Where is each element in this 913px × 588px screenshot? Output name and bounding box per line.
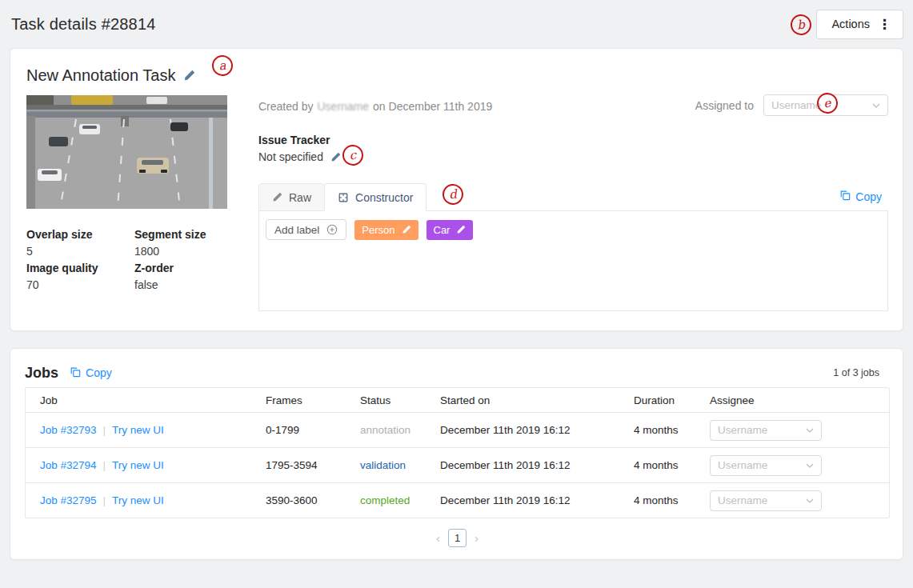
task-details-card: New Annotation Task <box>10 48 903 331</box>
jobs-pagination: ‹ 1 › <box>25 529 890 547</box>
assigned-to-row: Assigned to Username <box>695 94 888 116</box>
labels-row: Add label Person Car <box>266 219 881 240</box>
pencil-icon <box>272 192 282 202</box>
param-value: 5 <box>26 243 134 260</box>
copy-icon <box>839 190 851 203</box>
try-new-ui-link[interactable]: Try new UI <box>112 424 164 436</box>
job-assignee-select[interactable]: Username <box>710 455 822 476</box>
job-duration: 4 months <box>634 424 710 436</box>
issue-tracker-value: Not specified <box>258 150 323 163</box>
param-label: Image quality <box>26 260 134 277</box>
issue-tracker-value-row: Not specified <box>258 150 341 163</box>
job-started-on: December 11th 2019 16:12 <box>440 459 634 471</box>
tab-raw[interactable]: Raw <box>258 183 325 211</box>
job-assignee-select[interactable]: Username <box>710 490 822 511</box>
job-link[interactable]: Job #32793 <box>40 424 97 436</box>
param-label: Z-order <box>134 260 206 277</box>
job-started-on: December 11th 2019 16:12 <box>440 424 634 436</box>
chevron-down-icon <box>806 463 814 468</box>
chevron-down-icon <box>806 428 814 433</box>
job-row: Job #32795 | Try new UI 3590-3600 comple… <box>26 482 889 518</box>
task-assignee-select[interactable]: Username <box>763 94 888 116</box>
job-assignee-value: Username <box>718 459 767 471</box>
assigned-to-label: Assigned to <box>695 99 754 112</box>
created-by-user: Username <box>317 100 369 113</box>
job-started-on: December 11th 2019 16:12 <box>440 494 634 506</box>
add-label-text: Add label <box>274 224 319 236</box>
param-value: 1800 <box>134 243 206 260</box>
label-tag-person-name: Person <box>362 224 394 236</box>
jobs-table: Job Frames Status Started on Duration As… <box>25 387 890 518</box>
jobs-card: Jobs Copy 1 of 3 jobs Job Frames Status … <box>10 348 903 560</box>
labels-tabs: Raw Constructor <box>258 183 426 211</box>
page-title: Task details #28814 <box>11 15 156 34</box>
jobs-title: Jobs <box>25 365 58 382</box>
tab-constructor-label: Constructor <box>355 191 413 204</box>
issue-tracker-label: Issue Tracker <box>258 134 330 146</box>
column-frames: Frames <box>266 394 360 406</box>
separator: | <box>103 494 106 506</box>
plus-circle-icon <box>326 224 338 235</box>
job-status: annotation <box>360 424 440 436</box>
param-value: 70 <box>26 277 134 294</box>
tab-constructor[interactable]: Constructor <box>324 183 426 211</box>
job-frames: 3590-3600 <box>266 494 360 506</box>
param-label: Overlap size <box>26 226 134 243</box>
column-started-on: Started on <box>440 394 634 406</box>
label-tag-car-name: Car <box>434 224 450 236</box>
job-assignee-value: Username <box>718 494 767 506</box>
param-value: false <box>134 277 206 294</box>
traffic-scene-illustration <box>26 95 227 209</box>
created-by-prefix: Created by <box>258 100 313 113</box>
edit-issue-tracker-icon[interactable] <box>330 152 341 162</box>
jobs-table-header: Job Frames Status Started on Duration As… <box>26 388 889 412</box>
jobs-count: 1 of 3 jobs <box>833 367 879 378</box>
task-assignee-value: Username <box>771 99 821 111</box>
add-label-button[interactable]: Add label <box>266 219 346 240</box>
tab-raw-label: Raw <box>289 191 311 204</box>
job-status: completed <box>360 494 440 506</box>
try-new-ui-link[interactable]: Try new UI <box>112 459 164 471</box>
label-tag-car[interactable]: Car <box>426 220 474 240</box>
job-assignee-select[interactable]: Username <box>710 420 822 441</box>
separator: | <box>103 459 106 471</box>
task-parameters: Overlap size Segment size 5 1800 Image q… <box>26 226 206 294</box>
job-row: Job #32794 | Try new UI 1795-3594 valida… <box>26 447 889 482</box>
more-vertical-icon: ⋮ <box>878 18 891 31</box>
created-by-line: Created by Username on December 11th 201… <box>258 100 492 113</box>
job-duration: 4 months <box>634 494 710 506</box>
try-new-ui-link[interactable]: Try new UI <box>112 494 164 506</box>
copy-icon <box>70 366 81 380</box>
copy-jobs-text: Copy <box>86 366 112 379</box>
label-tag-person[interactable]: Person <box>354 220 418 240</box>
separator: | <box>103 424 106 436</box>
job-row: Job #32793 | Try new UI 0-1799 annotatio… <box>26 412 889 447</box>
column-status: Status <box>360 394 440 406</box>
jobs-header: Jobs Copy 1 of 3 jobs <box>25 362 879 384</box>
task-name: New Annotation Task <box>26 66 175 85</box>
copy-labels-link[interactable]: Copy <box>839 190 882 203</box>
task-details-page: Task details #28814 Actions ⋮ New Annota… <box>0 0 913 588</box>
job-link[interactable]: Job #32794 <box>40 459 97 471</box>
edit-task-name-icon[interactable] <box>183 70 195 82</box>
label-constructor-panel: Add label Person Car <box>258 210 888 311</box>
param-label: Segment size <box>134 226 206 243</box>
job-link[interactable]: Job #32795 <box>40 494 97 506</box>
edit-label-icon[interactable] <box>402 225 411 234</box>
edit-label-icon[interactable] <box>456 225 466 234</box>
chevron-down-icon <box>872 103 880 108</box>
column-duration: Duration <box>634 394 710 406</box>
task-preview-image <box>26 95 227 209</box>
task-name-row: New Annotation Task <box>26 66 195 85</box>
copy-jobs-link[interactable]: Copy <box>70 366 112 380</box>
top-bar: Task details #28814 Actions ⋮ <box>11 8 903 40</box>
pagination-page-1[interactable]: 1 <box>448 529 467 547</box>
block-icon <box>338 192 349 203</box>
pagination-prev-button[interactable]: ‹ <box>436 532 440 544</box>
job-status: validation <box>360 459 440 471</box>
actions-button[interactable]: Actions ⋮ <box>816 10 903 39</box>
created-by-suffix: on December 11th 2019 <box>373 100 492 113</box>
actions-button-label: Actions <box>831 18 870 30</box>
pagination-next-button[interactable]: › <box>475 532 479 544</box>
job-duration: 4 months <box>634 459 710 471</box>
